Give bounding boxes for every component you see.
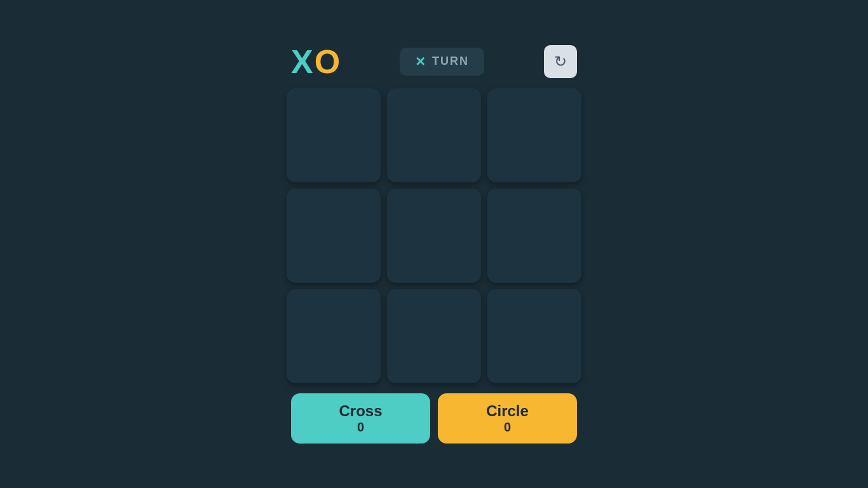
circle-score: 0 — [504, 420, 511, 435]
restart-icon: ↻ — [554, 53, 567, 71]
cell-4[interactable] — [387, 189, 481, 283]
game-board — [287, 88, 581, 383]
restart-button[interactable]: ↻ — [544, 45, 577, 78]
scoreboard: Cross 0 Circle 0 — [291, 393, 577, 444]
turn-x-icon: ✕ — [415, 54, 426, 69]
cell-0[interactable] — [287, 88, 381, 182]
cross-score-card: Cross 0 — [291, 393, 430, 444]
cross-score: 0 — [357, 420, 364, 435]
game-container: X O ✕ TURN ↻ Cross 0 Circle 0 — [287, 45, 581, 444]
cell-3[interactable] — [287, 189, 381, 283]
score-display: X O — [291, 45, 340, 78]
cell-5[interactable] — [487, 189, 581, 283]
turn-indicator: ✕ TURN — [400, 48, 484, 76]
header: X O ✕ TURN ↻ — [291, 45, 577, 78]
cell-2[interactable] — [487, 88, 581, 182]
turn-label: TURN — [432, 55, 469, 68]
cross-label: Cross — [339, 402, 382, 420]
cell-1[interactable] — [387, 88, 481, 182]
cell-6[interactable] — [287, 289, 381, 383]
circle-label: Circle — [486, 402, 529, 420]
cell-8[interactable] — [487, 289, 581, 383]
o-letter: O — [315, 45, 340, 78]
x-letter: X — [291, 45, 313, 78]
cell-7[interactable] — [387, 289, 481, 383]
circle-score-card: Circle 0 — [438, 393, 577, 444]
